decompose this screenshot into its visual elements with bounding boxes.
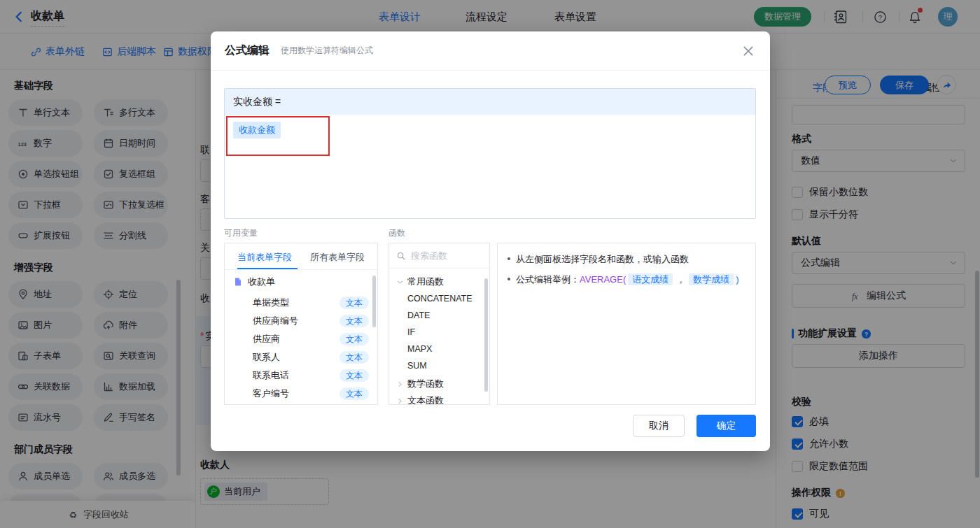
formula-target: 实收金额 =: [225, 89, 755, 115]
function-group-label: 常用函数: [407, 276, 444, 288]
example-function: AVERAGE(: [580, 274, 626, 285]
confirm-button[interactable]: 确定: [696, 415, 756, 437]
variable-row[interactable]: 联系电话文本: [253, 366, 369, 385]
function-group-label: 文本函数: [407, 394, 444, 405]
search-placeholder: 搜索函数: [411, 250, 447, 262]
search-icon: [396, 251, 406, 261]
formula-editor[interactable]: 实收金额 = 收款金额: [224, 88, 756, 219]
variable-name: 联系人: [253, 351, 280, 364]
help-example: 公式编辑举例：AVERAGE(语文成绩，数学成绩): [507, 273, 746, 287]
type-badge: 文本: [340, 387, 369, 400]
bullet: [507, 257, 510, 260]
function-group-math[interactable]: 数学函数: [396, 378, 444, 390]
example-comma: ，: [676, 274, 685, 285]
modal-header: 公式编辑 使用数学运算符编辑公式: [211, 31, 770, 71]
cancel-button[interactable]: 取消: [633, 415, 685, 437]
bullet: [507, 278, 510, 280]
help-tip-text: 从左侧面板选择字段名和函数，或输入函数: [516, 252, 689, 266]
close-icon[interactable]: [742, 45, 755, 57]
functions-label: 函数: [388, 227, 405, 239]
type-badge: 文本: [340, 369, 369, 382]
type-badge: 文本: [340, 333, 369, 345]
variable-name: 联系电话: [253, 369, 289, 382]
type-badge: 文本: [340, 315, 369, 327]
functions-panel: 搜索函数 常用函数 CONCATENATE DATE IF MAPX SUM 数…: [388, 243, 490, 405]
form-file-icon: [233, 277, 243, 287]
function-search[interactable]: 搜索函数: [389, 243, 489, 269]
variable-name: 客户编号: [253, 387, 289, 400]
function-group-common[interactable]: 常用函数: [396, 276, 444, 288]
function-item[interactable]: DATE: [407, 311, 430, 320]
variable-name: 供应商编号: [253, 315, 298, 327]
function-group-label: 数学函数: [407, 378, 444, 390]
variables-panel: 当前表单字段 所有表单字段 收款单 单据类型文本 供应商编号文本 供应商文本 联…: [224, 243, 378, 405]
tree-root-form[interactable]: 收款单: [233, 276, 275, 288]
chevron-right-icon: [396, 397, 404, 405]
variable-row[interactable]: 供应商编号文本: [253, 312, 369, 330]
type-badge: 文本: [340, 351, 369, 364]
function-item[interactable]: IF: [407, 327, 415, 337]
variable-row[interactable]: 联系人文本: [253, 348, 369, 366]
formula-help-panel: 从左侧面板选择字段名和函数，或输入函数 公式编辑举例：AVERAGE(语文成绩，…: [497, 243, 756, 405]
example-close-paren: ): [736, 274, 738, 285]
variables-label: 可用变量: [224, 227, 258, 239]
example-prefix: 公式编辑举例：: [516, 274, 580, 285]
variable-name: 单据类型: [253, 297, 289, 309]
variable-row[interactable]: 供应商文本: [253, 330, 369, 348]
tree-root-label: 收款单: [248, 276, 275, 288]
type-badge: 文本: [340, 297, 369, 309]
function-item[interactable]: SUM: [407, 361, 427, 371]
tab-current-form-fields[interactable]: 当前表单字段: [237, 251, 292, 264]
variable-row[interactable]: 客户编号文本: [253, 385, 369, 403]
chevron-down-icon: [396, 278, 404, 286]
function-item[interactable]: MAPX: [407, 344, 432, 354]
modal-subtitle: 使用数学运算符编辑公式: [281, 45, 373, 57]
active-tab-underline: [237, 268, 298, 269]
help-tip: 从左侧面板选择字段名和函数，或输入函数: [507, 252, 746, 266]
example-field-chip: 语文成绩: [628, 273, 673, 285]
variable-name: 供应商: [253, 333, 280, 345]
tab-all-form-fields[interactable]: 所有表单字段: [310, 251, 365, 264]
function-item[interactable]: CONCATENATE: [407, 294, 472, 304]
example-field-chip: 数学成绩: [689, 273, 734, 285]
formula-editor-modal: 公式编辑 使用数学运算符编辑公式 实收金额 = 收款金额 可用变量 函数 当前表…: [211, 31, 770, 451]
modal-title: 公式编辑: [225, 43, 270, 58]
function-group-text[interactable]: 文本函数: [396, 394, 444, 405]
variable-row[interactable]: 单据类型文本: [253, 294, 369, 312]
chevron-right-icon: [396, 380, 404, 388]
help-example-text: 公式编辑举例：AVERAGE(语文成绩，数学成绩): [516, 273, 739, 287]
formula-field-chip[interactable]: 收款金额: [233, 122, 281, 138]
functions-scrollbar[interactable]: [484, 278, 488, 392]
variables-tabs: 当前表单字段 所有表单字段: [225, 243, 377, 270]
variables-scrollbar[interactable]: [372, 276, 376, 327]
